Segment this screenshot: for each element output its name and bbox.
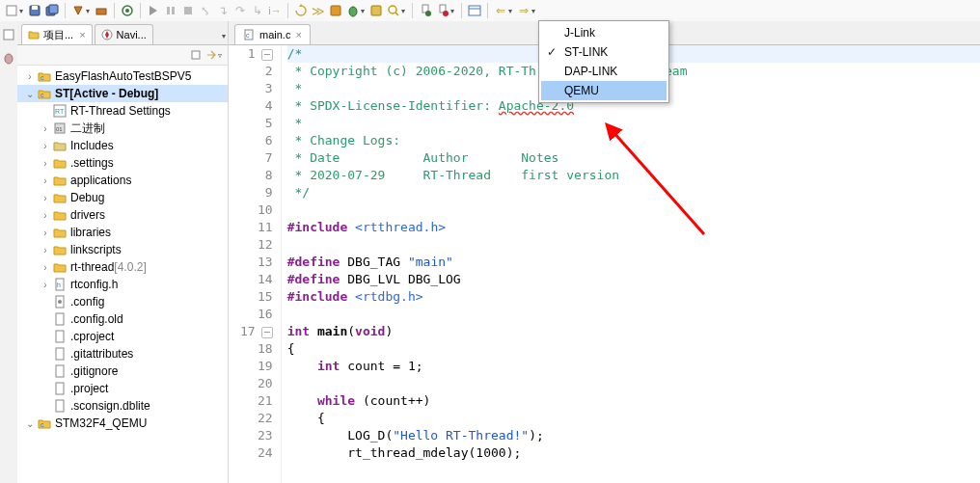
twisty-icon[interactable]: › bbox=[39, 245, 52, 255]
tree-item[interactable]: ›rt-thread [4.0.2] bbox=[17, 258, 228, 276]
debugger-select-menu[interactable]: J-LinkST-LINKDAP-LINKQEMU bbox=[538, 20, 669, 103]
tree-item[interactable]: ›linkscripts bbox=[17, 241, 228, 258]
menu-item[interactable]: ST-LINK bbox=[541, 42, 667, 62]
view-menu-icon[interactable]: ▿ bbox=[218, 51, 222, 60]
editor-tab-mainc[interactable]: c main.c × bbox=[234, 24, 311, 44]
code-line[interactable]: * 2020-07-29 RT-Thread first version bbox=[287, 167, 980, 184]
dropdown-arrow-icon[interactable]: ▾ bbox=[401, 7, 405, 15]
twisty-icon[interactable]: › bbox=[39, 262, 52, 273]
dropdown-arrow-icon[interactable]: ▾ bbox=[19, 7, 23, 15]
new-button[interactable] bbox=[4, 3, 19, 18]
dropdown-arrow-icon[interactable]: ▾ bbox=[508, 7, 512, 15]
code-line[interactable]: { bbox=[287, 410, 980, 427]
stop-button[interactable] bbox=[180, 3, 196, 18]
twisty-icon[interactable]: › bbox=[39, 280, 52, 290]
tree-item[interactable]: .cproject bbox=[17, 328, 228, 345]
code-line[interactable] bbox=[287, 236, 980, 254]
tree-item[interactable]: ›drivers bbox=[17, 206, 228, 224]
code-lines[interactable]: /* * Copyright (c) 2006-2020, RT-Th eam … bbox=[282, 45, 980, 483]
target-button[interactable] bbox=[120, 3, 135, 18]
twisty-icon[interactable]: › bbox=[23, 71, 37, 82]
dropdown-arrow-icon[interactable]: ▾ bbox=[450, 7, 454, 15]
tree-item[interactable]: ›hrtconfig.h bbox=[17, 276, 228, 293]
tree-item[interactable]: ›Debug bbox=[17, 189, 228, 206]
suspend-button[interactable] bbox=[163, 3, 178, 18]
tree-item[interactable]: ⌄cSTM32F4_QEMU bbox=[17, 415, 228, 432]
config-icon[interactable] bbox=[328, 3, 343, 18]
project-tree[interactable]: ›cEasyFlashAutoTestBSPV5⌄cST [Active - D… bbox=[17, 66, 228, 483]
search-button[interactable] bbox=[386, 3, 401, 18]
tree-item[interactable]: ›libraries bbox=[17, 224, 228, 241]
tree-item[interactable]: ›01二进制 bbox=[17, 120, 228, 137]
code-line[interactable]: * bbox=[287, 115, 980, 132]
code-line[interactable]: LOG_D("Hello RT-Thread!"); bbox=[287, 427, 980, 444]
step-into-button[interactable]: ↴ bbox=[215, 3, 231, 18]
step-out-button[interactable]: ↳ bbox=[250, 3, 265, 18]
close-icon[interactable]: × bbox=[79, 29, 85, 40]
tab-overflow-icon[interactable]: ▾ bbox=[222, 32, 226, 40]
twisty-icon[interactable]: › bbox=[39, 141, 52, 151]
tree-item[interactable]: .gitattributes bbox=[17, 345, 228, 362]
code-line[interactable] bbox=[287, 375, 980, 392]
twisty-icon[interactable]: › bbox=[39, 228, 52, 238]
tree-item[interactable]: .project bbox=[17, 380, 228, 397]
profile-button[interactable] bbox=[368, 3, 384, 18]
tree-item[interactable]: .sconsign.dblite bbox=[17, 397, 228, 415]
tree-item[interactable]: .gitignore bbox=[17, 362, 228, 380]
resume-button[interactable] bbox=[146, 3, 161, 18]
outline-sideicon[interactable] bbox=[1, 27, 16, 42]
code-line[interactable]: * Date Author Notes bbox=[287, 149, 980, 167]
forward-button[interactable]: ⇒ bbox=[516, 3, 531, 18]
code-line[interactable]: { bbox=[287, 340, 980, 358]
build-all-button[interactable] bbox=[94, 3, 109, 18]
code-line[interactable]: #include <rtdbg.h> bbox=[287, 288, 980, 306]
debug-button[interactable] bbox=[345, 3, 361, 18]
bug-sideicon[interactable] bbox=[1, 50, 16, 66]
terminal-button[interactable] bbox=[467, 3, 482, 18]
twisty-icon[interactable]: ⌄ bbox=[23, 418, 37, 429]
tree-item[interactable]: ›applications bbox=[17, 172, 228, 189]
code-line[interactable] bbox=[287, 306, 980, 323]
twisty-icon[interactable]: ⌄ bbox=[23, 89, 37, 99]
flash-button[interactable] bbox=[435, 3, 450, 18]
restart-button[interactable] bbox=[293, 3, 309, 18]
step-over-button[interactable]: ↷ bbox=[232, 3, 248, 18]
tree-item[interactable]: ›cEasyFlashAutoTestBSPV5 bbox=[17, 67, 228, 85]
close-icon[interactable]: × bbox=[295, 29, 301, 40]
tree-item[interactable]: ›.settings bbox=[17, 154, 228, 172]
back-button[interactable]: ⇐ bbox=[493, 3, 508, 18]
tree-item[interactable]: ›Includes bbox=[17, 137, 228, 154]
code-line[interactable]: int count = 1; bbox=[287, 358, 980, 375]
twisty-icon[interactable]: › bbox=[39, 210, 52, 221]
collapse-all-icon[interactable] bbox=[189, 48, 203, 62]
code-line[interactable]: #include <rtthread.h> bbox=[287, 219, 980, 236]
link-editor-icon[interactable] bbox=[204, 48, 218, 62]
tree-item[interactable]: ⌄cST [Active - Debug] bbox=[17, 85, 228, 102]
dropdown-arrow-icon[interactable]: ▾ bbox=[531, 7, 535, 15]
tree-item[interactable]: RTRT-Thread Settings bbox=[17, 102, 228, 120]
skip-button[interactable]: ≫ bbox=[311, 3, 326, 18]
code-line[interactable]: #define DBG_TAG "main" bbox=[287, 254, 980, 271]
save-all-button[interactable] bbox=[44, 3, 60, 18]
code-line[interactable]: #define DBG_LVL DBG_LOG bbox=[287, 271, 980, 288]
disconnect-button[interactable]: ⤣ bbox=[198, 3, 213, 18]
menu-item[interactable]: DAP-LINK bbox=[541, 62, 667, 81]
tab-projects[interactable]: 项目... × bbox=[21, 24, 93, 44]
code-line[interactable]: * Change Logs: bbox=[287, 132, 980, 149]
twisty-icon[interactable]: › bbox=[39, 158, 52, 169]
download-button[interactable] bbox=[418, 3, 433, 18]
twisty-icon[interactable]: › bbox=[39, 175, 52, 186]
build-button[interactable] bbox=[70, 3, 86, 18]
code-line[interactable] bbox=[287, 201, 980, 219]
code-line[interactable]: */ bbox=[287, 184, 980, 201]
code-editor[interactable]: 123456789101112131415161718192021222324 … bbox=[229, 45, 980, 483]
tree-item[interactable]: .config.old bbox=[17, 310, 228, 328]
twisty-icon[interactable]: › bbox=[39, 193, 52, 203]
save-button[interactable] bbox=[27, 3, 42, 18]
menu-item[interactable]: QEMU bbox=[541, 81, 667, 100]
dropdown-arrow-icon[interactable]: ▾ bbox=[86, 7, 90, 15]
tree-item[interactable]: .config bbox=[17, 293, 228, 310]
menu-item[interactable]: J-Link bbox=[541, 23, 667, 42]
instruction-step-button[interactable]: i→ bbox=[267, 3, 283, 18]
twisty-icon[interactable]: › bbox=[39, 123, 52, 134]
